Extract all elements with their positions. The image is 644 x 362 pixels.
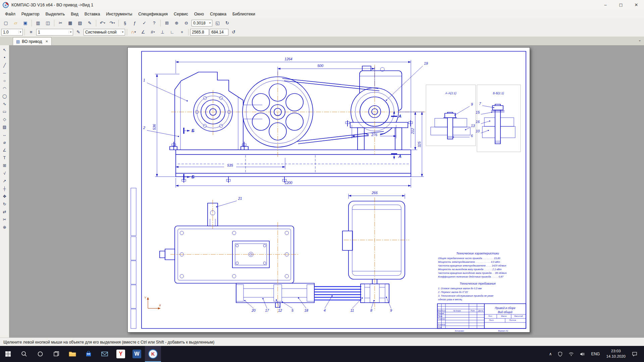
segment-tool-icon[interactable]: ─ (0, 69, 9, 77)
ortho-mode-icon[interactable]: ⊥ (158, 28, 167, 36)
menu-insert[interactable]: Вставка (82, 10, 103, 18)
measure-tool-icon[interactable]: ⊕ (0, 223, 9, 231)
menu-select[interactable]: Выделить (43, 10, 68, 18)
tab-list-chevron-icon[interactable]: ⌄ (638, 38, 641, 42)
mail-button[interactable] (97, 346, 113, 362)
ellipse-tool-icon[interactable]: ◯ (0, 92, 9, 100)
action-center-icon[interactable] (630, 346, 640, 362)
zoom-in-icon[interactable]: ⊕ (172, 19, 181, 27)
menu-help[interactable]: Справка (207, 10, 229, 18)
text-tool-icon[interactable]: T (0, 154, 9, 162)
refresh-image-icon[interactable]: ↻ (223, 19, 232, 27)
volume-speaker-icon[interactable] (578, 346, 587, 362)
leader-tool-icon[interactable]: ↗ (0, 177, 9, 185)
angle-dimension-tool-icon[interactable]: ∠ (0, 146, 9, 154)
cursor-x-field[interactable]: 2565.8 (190, 29, 209, 36)
svg-text:Масштаб: Масштаб (514, 315, 523, 317)
word-button[interactable]: W (129, 346, 145, 362)
cortana-button[interactable] (32, 346, 48, 362)
hatch-tool-icon[interactable]: ▨ (0, 123, 9, 131)
menu-service[interactable]: Сервис (171, 10, 191, 18)
search-button[interactable] (16, 346, 32, 362)
language-indicator[interactable]: ENG (589, 346, 602, 362)
cursor-y-field[interactable]: 684.14 (210, 29, 228, 36)
drawing-canvas[interactable]: 1264 500 536 535 (9, 45, 644, 338)
update-view-icon[interactable]: ↺ (229, 28, 238, 36)
zoom-window-icon[interactable]: ⊞ (162, 19, 171, 27)
polygon-tool-icon[interactable]: ◇ (0, 115, 9, 123)
snap-angle-icon[interactable]: ∠ (139, 28, 148, 36)
menu-libraries[interactable]: Библиотеки (229, 10, 258, 18)
save-icon[interactable]: ▣ (21, 19, 30, 27)
redo-icon[interactable]: ↷▾ (108, 19, 117, 27)
current-layer-combobox[interactable]: 1 ▾ (36, 29, 73, 36)
kompas-icon: K (148, 349, 158, 359)
zoom-fit-icon[interactable]: ◱ (213, 19, 222, 27)
undo-icon[interactable]: ↶▾ (98, 19, 107, 27)
spline-tool-icon[interactable]: ∿ (0, 100, 9, 108)
mirror-tool-icon[interactable]: ⇄ (0, 208, 9, 216)
zoom-out-icon[interactable]: ⊖ (182, 19, 191, 27)
tab-close-icon[interactable]: ✕ (45, 40, 48, 43)
specification-icon[interactable]: § (120, 19, 129, 27)
print-preview-icon[interactable]: ◫ (43, 19, 52, 27)
network-wifi-icon[interactable] (566, 346, 576, 362)
grid-icon[interactable]: #▾ (148, 28, 157, 36)
paste-icon[interactable]: ▧ (75, 19, 85, 27)
task-view-button[interactable] (48, 346, 64, 362)
roughness-tool-icon[interactable]: √ (0, 169, 9, 177)
context-help-icon[interactable]: ? (150, 19, 159, 27)
variables-icon[interactable]: ƒ (130, 19, 139, 27)
spell-check-icon[interactable]: ✓ (140, 19, 149, 27)
centerline-tool-icon[interactable]: ┼ (0, 185, 9, 192)
rotate-tool-icon[interactable]: ↻ (0, 200, 9, 208)
layer-name-combobox[interactable]: Системный слой ▾ (84, 29, 125, 36)
drawing-sheet[interactable]: 1264 500 536 535 (127, 47, 530, 333)
minimize-button[interactable]: – (598, 0, 613, 10)
round-off-icon[interactable]: + (177, 28, 186, 36)
taskbar-clock[interactable]: 23:03 14.10.2020 (603, 349, 628, 359)
menu-file[interactable]: Файл (2, 10, 18, 18)
circle-tool-icon[interactable]: ○ (0, 77, 9, 84)
menu-specification[interactable]: Спецификация (135, 10, 171, 18)
svg-text:Мощность на выходном валу прив: Мощность на выходном валу привода . . . … (438, 268, 501, 271)
file-explorer-button[interactable] (64, 346, 80, 362)
point-tool-icon[interactable]: • (0, 54, 9, 61)
rectangle-tool-icon[interactable]: ▭ (0, 108, 9, 115)
start-button[interactable] (0, 346, 16, 362)
layer-state-icon[interactable]: ✎ (74, 28, 83, 36)
trim-tool-icon[interactable]: ✂ (0, 216, 9, 223)
menu-view[interactable]: Вид (68, 10, 82, 18)
maximize-button[interactable]: ◻ (613, 0, 629, 10)
menu-editor[interactable]: Редактор (18, 10, 43, 18)
auxline-tool-icon[interactable]: ╱ (0, 61, 9, 69)
move-tool-icon[interactable]: ✥ (0, 192, 9, 200)
menu-window[interactable]: Окно (191, 10, 207, 18)
linear-dimension-tool-icon[interactable]: ↔ (0, 131, 9, 138)
menu-tools[interactable]: Инструменты (103, 10, 135, 18)
zoom-combobox[interactable]: 0.3018 ▾ (192, 20, 212, 26)
arc-tool-icon[interactable]: ◠ (0, 84, 9, 92)
layer-name: Системный слой (85, 30, 116, 35)
front-view[interactable] (170, 65, 425, 183)
security-shield-icon[interactable] (555, 346, 565, 362)
diameter-dimension-tool-icon[interactable]: ⌀ (0, 138, 9, 146)
select-tool-icon[interactable]: ↖ (0, 46, 9, 54)
local-cs-icon[interactable]: ∟ (168, 28, 177, 36)
print-icon[interactable]: ▥ (34, 19, 43, 27)
snap-magnet-icon[interactable]: ∩▾ (129, 28, 138, 36)
open-document-icon[interactable]: ▱ (11, 19, 20, 27)
tray-overflow-caret-icon[interactable]: ∧ (547, 346, 554, 362)
kompas-taskbar-button[interactable]: K (145, 346, 161, 362)
yandex-browser-button[interactable]: Y (113, 346, 129, 362)
tab-vo-privod[interactable]: ▤ ВО привод ✕ (13, 37, 52, 45)
store-button[interactable] (80, 346, 97, 362)
cut-icon[interactable]: ✂ (56, 19, 65, 27)
copy-properties-icon[interactable]: ✎ (85, 19, 94, 27)
table-tool-icon[interactable]: ⊞ (0, 162, 9, 169)
layers-manager-icon[interactable]: ≡ (26, 28, 36, 36)
new-document-icon[interactable]: ▢ (1, 19, 10, 27)
current-scale-combobox[interactable]: 1.0 ▾ (1, 29, 23, 36)
close-button[interactable]: ✕ (629, 0, 644, 10)
copy-icon[interactable]: ▦ (66, 19, 75, 27)
